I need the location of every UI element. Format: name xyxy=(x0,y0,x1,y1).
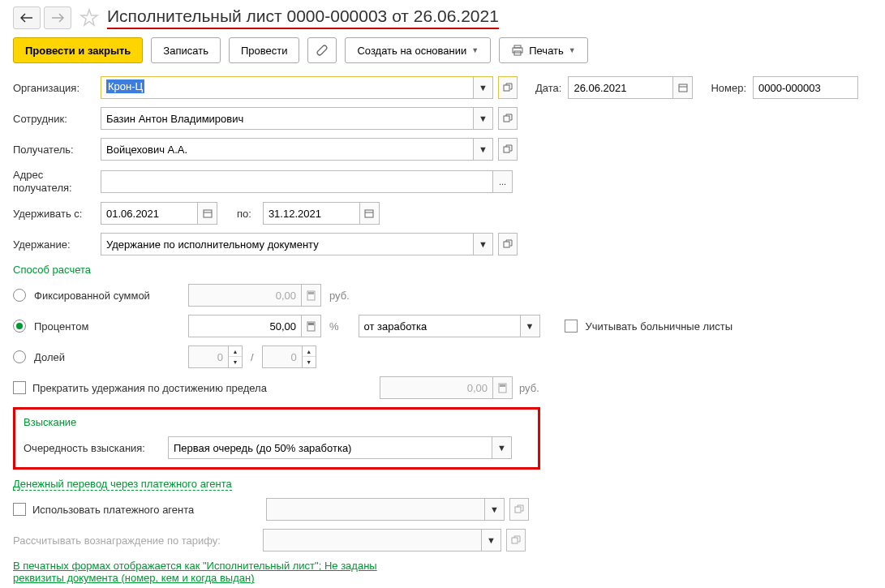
recipient-input[interactable] xyxy=(101,138,474,161)
open-button xyxy=(509,498,529,521)
page-title: Исполнительный лист 0000-000003 от 26.06… xyxy=(107,6,499,29)
fee-label: Рассчитывать вознаграждение по тарифу: xyxy=(13,534,256,547)
calendar-icon xyxy=(203,208,213,218)
svg-rect-14 xyxy=(308,292,314,294)
print-button[interactable]: Печать ▼ xyxy=(499,37,588,63)
open-button[interactable] xyxy=(498,76,518,99)
stop-limit-label: Прекратить удержания по достижению преде… xyxy=(32,382,276,394)
create-based-on-button[interactable]: Создать на основании ▼ xyxy=(345,37,491,63)
organization-input[interactable]: Крон-Ц xyxy=(101,76,474,99)
svg-rect-20 xyxy=(512,538,518,543)
use-agent-checkbox[interactable] xyxy=(13,503,26,516)
svg-rect-6 xyxy=(504,116,509,122)
agent-input xyxy=(266,498,485,521)
dropdown-button[interactable]: ▼ xyxy=(474,233,493,255)
print-label: Печать xyxy=(529,45,564,57)
svg-rect-12 xyxy=(504,242,509,247)
paperclip-icon xyxy=(316,44,329,57)
transfer-section-title: Денежный перевод через платежного агента xyxy=(13,478,872,490)
radio-fixed[interactable] xyxy=(13,289,26,302)
sick-leave-label: Учитывать больничные листы xyxy=(586,320,733,333)
svg-rect-3 xyxy=(504,85,509,91)
arrow-right-icon xyxy=(51,13,64,23)
attachments-button[interactable] xyxy=(307,37,337,63)
calendar-button[interactable] xyxy=(198,202,217,225)
dropdown-button: ▼ xyxy=(485,498,505,521)
open-button[interactable] xyxy=(498,138,518,161)
dropdown-button: ▼ xyxy=(482,529,501,552)
fraction-num-input xyxy=(188,346,229,368)
dropdown-button[interactable]: ▼ xyxy=(474,138,493,161)
collection-highlight-box: Взыскание Очередность взыскания: ▼ xyxy=(13,407,540,470)
number-label: Номер: xyxy=(711,82,746,94)
radio-percent[interactable] xyxy=(13,320,26,333)
open-icon xyxy=(511,535,521,545)
radio-fraction[interactable] xyxy=(13,350,26,363)
ellipsis-button[interactable]: ... xyxy=(493,170,513,193)
radio-fraction-label: Долей xyxy=(34,351,180,363)
calendar-icon xyxy=(364,208,374,218)
calendar-button[interactable] xyxy=(360,202,380,225)
calendar-button[interactable] xyxy=(673,76,693,99)
save-button[interactable]: Записать xyxy=(151,37,221,63)
date-input[interactable] xyxy=(568,76,673,99)
open-button[interactable] xyxy=(498,107,518,130)
deduction-input[interactable] xyxy=(101,233,474,255)
calculator-icon xyxy=(493,376,513,399)
svg-rect-18 xyxy=(500,384,505,387)
recipient-addr-input[interactable] xyxy=(101,170,493,193)
spinner-up: ▲ xyxy=(229,346,242,357)
svg-rect-8 xyxy=(204,210,212,217)
organization-label: Организация: xyxy=(13,82,94,94)
open-icon xyxy=(503,144,513,154)
percent-base-input[interactable] xyxy=(359,315,521,337)
percent-value-input[interactable] xyxy=(188,315,302,337)
calendar-icon xyxy=(678,83,688,92)
svg-rect-4 xyxy=(679,84,687,92)
print-form-info-link[interactable]: В печатных формах отображается как "Испо… xyxy=(13,560,377,584)
radio-fixed-label: Фиксированной суммой xyxy=(34,290,180,302)
spinner-up: ▲ xyxy=(303,346,316,357)
dropdown-button[interactable]: ▼ xyxy=(474,76,493,99)
calculator-icon xyxy=(302,284,321,307)
dropdown-button[interactable]: ▼ xyxy=(474,107,493,130)
chevron-down-icon: ▼ xyxy=(569,46,576,54)
withhold-from-label: Удерживать с: xyxy=(13,208,94,220)
fraction-sep: / xyxy=(251,351,254,363)
open-button xyxy=(506,529,526,552)
priority-label: Очередность взыскания: xyxy=(24,442,161,454)
withhold-from-input[interactable] xyxy=(101,202,198,225)
nav-forward-button[interactable] xyxy=(44,6,71,29)
number-input[interactable] xyxy=(753,76,858,99)
radio-percent-label: Процентом xyxy=(34,320,180,333)
favorite-star-icon[interactable] xyxy=(79,8,99,28)
svg-rect-19 xyxy=(515,507,521,513)
svg-rect-16 xyxy=(308,323,314,325)
open-icon xyxy=(514,504,524,514)
arrow-left-icon xyxy=(20,13,33,23)
recipient-label: Получатель: xyxy=(13,144,94,156)
open-button[interactable] xyxy=(498,233,518,255)
transfer-section-link[interactable]: Денежный перевод через платежного агента xyxy=(13,478,232,491)
withhold-to-input[interactable] xyxy=(263,202,360,225)
sick-leave-checkbox[interactable] xyxy=(565,320,578,333)
employee-input[interactable] xyxy=(101,107,474,130)
priority-input[interactable] xyxy=(168,436,492,459)
dropdown-button[interactable]: ▼ xyxy=(492,436,512,459)
printer-icon xyxy=(511,45,524,56)
open-icon xyxy=(503,83,513,92)
dropdown-button[interactable]: ▼ xyxy=(521,315,540,337)
calc-section-title: Способ расчета xyxy=(13,264,872,276)
organization-value: Крон-Ц xyxy=(106,79,144,93)
fraction-den-input xyxy=(262,346,303,368)
stop-limit-checkbox[interactable] xyxy=(13,381,26,394)
fixed-amount-input xyxy=(188,284,302,307)
svg-rect-7 xyxy=(504,147,509,152)
post-and-close-button[interactable]: Провести и закрыть xyxy=(13,37,143,63)
calculator-icon xyxy=(302,315,321,337)
post-button[interactable]: Провести xyxy=(229,37,300,63)
recipient-addr-label: Адрес получателя: xyxy=(13,169,94,194)
withhold-to-label: по: xyxy=(237,208,251,220)
nav-back-button[interactable] xyxy=(13,6,41,29)
create-based-label: Создать на основании xyxy=(357,45,466,57)
